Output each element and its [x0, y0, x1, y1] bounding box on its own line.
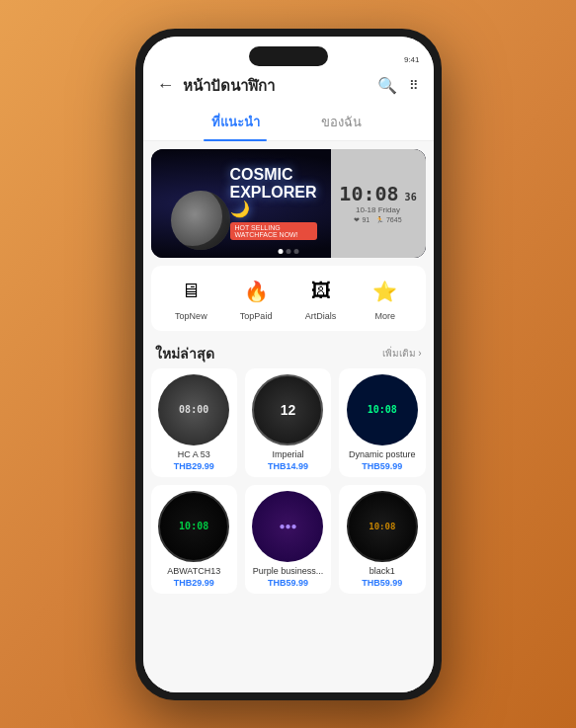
top-bar: ← หน้าปัดนาฬิกา 🔍 ⠿	[143, 68, 434, 104]
search-icon[interactable]: 🔍	[377, 76, 397, 95]
promo-banner[interactable]: COSMIC EXPLORER 🌙 HOT SELLING WATCHFACE …	[151, 149, 426, 258]
tab-recommended[interactable]: ที่แนะนำ	[183, 104, 288, 140]
page-title: หน้าปัดนาฬิกา	[183, 74, 377, 98]
toppaid-icon: 🔥	[240, 276, 272, 307]
watch-face-purple	[252, 491, 323, 562]
more-label: More	[375, 311, 396, 321]
artdials-label: ArtDials	[305, 311, 337, 321]
tab-bar: ที่แนะนำ ของฉัน	[143, 104, 434, 141]
banner-watch-preview: 10:08 36 10-18 Friday ❤ 91 🏃 7645	[331, 149, 426, 258]
watch-price-black1: THB59.99	[362, 578, 402, 588]
watch-name-imperial: Imperial	[272, 449, 303, 459]
artdials-icon: 🖼	[305, 276, 337, 307]
newest-title: ใหม่ล่าสุด	[155, 343, 214, 364]
toppaid-label: TopPaid	[240, 311, 273, 321]
banner-stats: ❤ 91 🏃 7645	[354, 216, 401, 224]
watch-card-dynamic[interactable]: Dynamic posture THB59.99	[339, 368, 425, 477]
see-more-button[interactable]: เพิ่มเติม ›	[382, 346, 421, 361]
category-toppaid[interactable]: 🔥 TopPaid	[240, 276, 273, 321]
watch-price-hca53: THB29.99	[174, 461, 214, 471]
watch-face-imperial	[252, 374, 323, 445]
main-content: COSMIC EXPLORER 🌙 HOT SELLING WATCHFACE …	[143, 141, 434, 692]
watch-card-purple[interactable]: Purple business... THB59.99	[245, 485, 331, 594]
watch-face-dynamic	[347, 374, 418, 445]
category-more[interactable]: ⭐ More	[370, 276, 401, 321]
phone-frame: 9:41 ← หน้าปัดนาฬิกา 🔍 ⠿ ที่แนะนำ ของฉัน	[135, 29, 442, 700]
phone-notch	[249, 46, 328, 66]
category-bar: 🖥 TopNew 🔥 TopPaid 🖼 ArtDials ⭐ More	[151, 266, 426, 331]
more-icon: ⭐	[370, 276, 401, 307]
watch-price-abwatch13: THB29.99	[174, 578, 214, 588]
watch-price-purple: THB59.99	[268, 578, 308, 588]
watch-card-black1[interactable]: black1 THB59.99	[339, 485, 425, 594]
banner-text-area: COSMIC EXPLORER 🌙 HOT SELLING WATCHFACE …	[151, 156, 331, 250]
category-topnew[interactable]: 🖥 TopNew	[175, 276, 207, 321]
newest-section-header: ใหม่ล่าสุด เพิ่มเติม ›	[143, 337, 434, 368]
watch-card-abwatch13[interactable]: ABWATCH13 THB29.99	[151, 485, 237, 594]
back-button[interactable]: ←	[157, 75, 175, 96]
watch-name-purple: Purple business...	[253, 566, 324, 576]
watch-face-abwatch13	[158, 491, 229, 562]
watch-price-dynamic: THB59.99	[362, 461, 402, 471]
more-options-icon[interactable]: ⠿	[409, 78, 420, 93]
watch-name-abwatch13: ABWATCH13	[167, 566, 220, 576]
watch-card-imperial[interactable]: Imperial THB14.99	[245, 368, 331, 477]
banner-subtitle: HOT SELLING WATCHFACE NOW!	[230, 222, 317, 240]
watch-name-black1: black1	[370, 566, 395, 576]
topnew-icon: 🖥	[175, 276, 206, 307]
watch-grid: HC A 53 THB29.99 Imperial THB14.99 Dynam…	[143, 368, 434, 604]
tab-mine[interactable]: ของฉัน	[288, 104, 394, 140]
banner-title: COSMIC EXPLORER 🌙	[230, 166, 317, 218]
watch-price-imperial: THB14.99	[268, 461, 308, 471]
watch-face-hca53	[158, 374, 229, 445]
watch-face-black1	[347, 491, 418, 562]
watch-name-dynamic: Dynamic posture	[349, 449, 416, 459]
topnew-label: TopNew	[175, 311, 207, 321]
category-artdials[interactable]: 🖼 ArtDials	[305, 276, 337, 321]
top-icon-group: 🔍 ⠿	[377, 76, 420, 95]
watch-card-hca53[interactable]: HC A 53 THB29.99	[151, 368, 237, 477]
banner-date: 10-18 Friday	[356, 205, 400, 214]
phone-screen: 9:41 ← หน้าปัดนาฬิกา 🔍 ⠿ ที่แนะนำ ของฉัน	[143, 37, 434, 692]
banner-time: 10:08 36	[339, 182, 416, 205]
watch-name-hca53: HC A 53	[178, 449, 210, 459]
